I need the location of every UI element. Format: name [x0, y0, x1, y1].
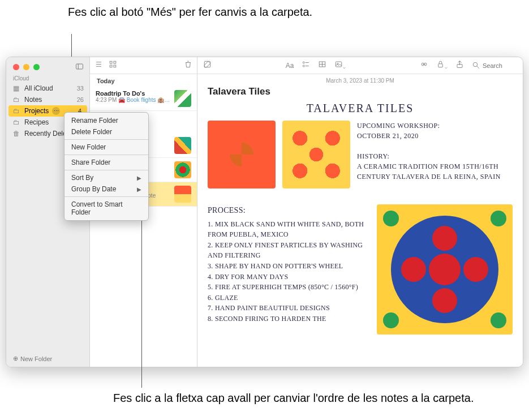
svg-rect-17: [336, 62, 342, 67]
folder-icon: ▦: [13, 84, 21, 92]
svg-point-34: [383, 312, 399, 328]
svg-rect-6: [114, 61, 116, 63]
note-thumbnail: [174, 186, 191, 203]
delete-note-icon[interactable]: [184, 60, 192, 71]
menu-share-folder[interactable]: Share Folder: [64, 157, 148, 168]
menu-delete-folder[interactable]: Delete Folder: [64, 126, 148, 138]
chevron-right-icon: ▶: [137, 175, 141, 181]
close-window-button[interactable]: [13, 64, 19, 70]
callout-bottom: Fes clic a la fletxa cap avall per canvi…: [113, 391, 474, 405]
format-icon[interactable]: Aa: [286, 62, 294, 70]
svg-point-10: [303, 62, 305, 63]
search-input[interactable]: [483, 62, 517, 69]
tile-image-yellow: [282, 121, 350, 188]
note-body[interactable]: TALAVERA TILES Upcoming Workshop: Octobe…: [197, 102, 523, 367]
editor-toolbar: Aa ⌵ ⌵: [197, 57, 523, 74]
menu-convert-smart-folder[interactable]: Convert to Smart Folder: [64, 199, 148, 218]
menu-separator: [64, 170, 148, 170]
sidebar-item-label: Notes: [24, 96, 42, 104]
more-button[interactable]: ⋯: [52, 107, 60, 115]
editor-pane: Aa ⌵ ⌵ March 3, 2023 at 11:30 PM Talaver…: [197, 57, 523, 367]
notes-list-header: Today: [90, 74, 197, 87]
table-icon[interactable]: [318, 60, 326, 71]
share-icon[interactable]: [455, 60, 464, 71]
sidebar-section-label: iCloud: [6, 74, 89, 83]
svg-point-30: [401, 257, 426, 282]
tile-image-flower: [377, 204, 513, 335]
note-thumbnail: [174, 161, 191, 178]
svg-rect-5: [110, 61, 112, 63]
checklist-icon[interactable]: [302, 60, 310, 71]
svg-point-33: [491, 211, 506, 226]
svg-point-27: [429, 254, 461, 285]
note-title-heading: Talavera Tiles: [197, 85, 523, 102]
folder-icon: 🗀: [13, 118, 21, 126]
sidebar-item-all-icloud[interactable]: ▦ All iCloud 33: [6, 83, 89, 94]
link-icon[interactable]: [420, 60, 428, 71]
svg-point-35: [491, 312, 506, 328]
folder-icon: 🗀: [13, 96, 21, 104]
menu-separator: [64, 155, 148, 155]
grid-view-icon[interactable]: [109, 60, 117, 71]
sidebar-item-notes[interactable]: 🗀 Notes 26: [6, 94, 89, 105]
sidebar-item-label: Recipes: [24, 118, 49, 126]
process-text: Process: 1. Mix black sand with white sa…: [208, 204, 369, 324]
search-field[interactable]: [472, 61, 517, 70]
sidebar-toggle-icon[interactable]: [75, 62, 84, 72]
window-controls: [6, 57, 89, 74]
menu-separator: [64, 139, 148, 140]
svg-point-32: [383, 211, 399, 226]
callout-top: Fes clic al botó "Més" per fer canvis a …: [68, 5, 312, 19]
tile-image-orange: [208, 121, 276, 188]
svg-point-31: [463, 257, 488, 282]
compose-icon[interactable]: [203, 60, 212, 71]
trash-icon: 🗑: [13, 130, 21, 138]
media-icon[interactable]: ⌵: [334, 60, 346, 71]
note-timestamp: March 3, 2023 at 11:30 PM: [197, 74, 523, 85]
note-item-roadtrip[interactable]: Roadtrip To Do's 4:23 PM 🚘 Book flights …: [90, 87, 197, 111]
notes-list-toolbar: [90, 57, 197, 74]
svg-point-12: [303, 65, 305, 67]
svg-line-25: [477, 66, 479, 68]
svg-rect-22: [438, 64, 443, 67]
minimize-window-button[interactable]: [23, 64, 29, 70]
svg-point-29: [432, 288, 457, 313]
note-title: Roadtrip To Do's: [96, 90, 171, 97]
svg-point-24: [473, 62, 478, 67]
folder-context-menu: Rename Folder Delete Folder New Folder S…: [64, 112, 149, 221]
new-folder-label: New Folder: [20, 355, 52, 362]
lock-icon[interactable]: ⌵: [436, 60, 448, 71]
menu-group-by-date[interactable]: Group By Date▶: [64, 183, 148, 195]
svg-point-28: [432, 226, 457, 251]
sidebar-item-label: Projects: [24, 107, 49, 115]
note-thumbnail: [174, 137, 191, 154]
search-icon: [472, 61, 480, 70]
plus-icon: ⊕: [13, 355, 18, 362]
sidebar-item-count: 33: [77, 85, 84, 92]
new-folder-button[interactable]: ⊕ New Folder: [6, 350, 89, 367]
handwritten-title: TALAVERA TILES: [208, 102, 513, 115]
note-thumbnail: [174, 90, 191, 107]
note-subtitle: 4:23 PM 🚘 Book flights 🏨…: [96, 97, 171, 103]
list-view-icon[interactable]: [94, 60, 103, 71]
menu-rename-folder[interactable]: Rename Folder: [64, 115, 148, 126]
zoom-window-button[interactable]: [33, 64, 40, 70]
folder-icon: 🗀: [13, 107, 21, 115]
menu-new-folder[interactable]: New Folder: [64, 142, 148, 153]
svg-rect-7: [110, 65, 112, 67]
svg-rect-8: [114, 65, 116, 67]
sidebar-item-count: 26: [77, 96, 84, 103]
sidebar-item-label: All iCloud: [24, 84, 53, 92]
svg-rect-0: [76, 64, 83, 69]
menu-sort-by[interactable]: Sort By▶: [64, 172, 148, 183]
workshop-text: Upcoming Workshop: October 21, 2020 Hist…: [357, 121, 513, 182]
chevron-right-icon: ▶: [137, 186, 141, 192]
menu-separator: [64, 196, 148, 197]
